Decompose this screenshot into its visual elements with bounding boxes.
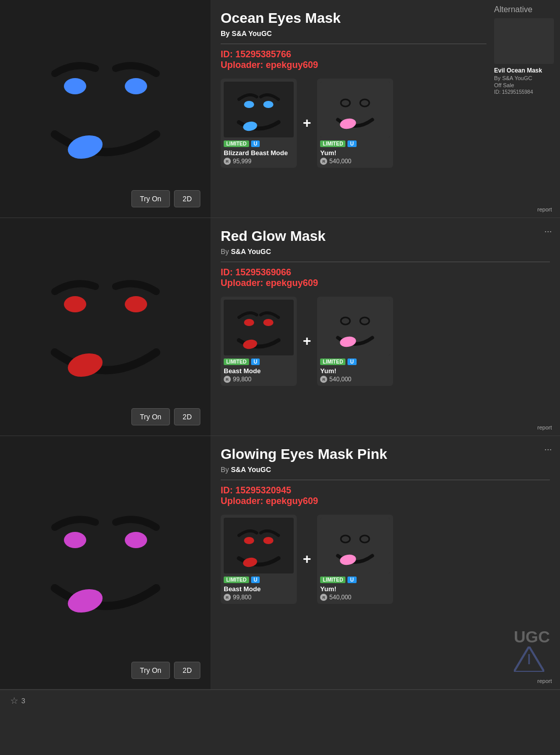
star-icon[interactable]: ☆ (10, 695, 18, 706)
try-on-button-1[interactable]: Try On (131, 190, 170, 207)
badge-u-3-1: U (251, 577, 260, 583)
item-id-1: ID: 15295385766 (221, 49, 486, 60)
robux-icon-3-2: R (320, 594, 327, 601)
robux-icon-2-2: R (320, 376, 327, 383)
item-info-2: ··· Red Glow Mask By S&A YouGC ID: 15295… (211, 218, 560, 436)
item-id-2: ID: 15295369066 (221, 267, 550, 278)
item-id-block-3: ID: 15295320945 Uploader: epekguy609 (221, 485, 550, 507)
item-card-1: Try On 2D Ocean Eyes Mask By S&A YouGC I… (0, 0, 560, 218)
item-preview-2: Try On 2D (0, 218, 211, 436)
svg-point-24 (65, 585, 105, 616)
svg-point-12 (125, 296, 147, 312)
mask-svg-1 (24, 33, 187, 185)
svg-point-1 (125, 78, 147, 94)
component-card-3-1[interactable]: LIMITED U Beast Mode R 99,800 (221, 515, 297, 604)
svg-point-2 (65, 131, 105, 162)
ugc-triangle-icon (514, 646, 544, 672)
component-img-3-1 (224, 518, 294, 573)
item-title-3: Glowing Eyes Mask Pink (221, 446, 550, 462)
svg-point-27 (263, 537, 273, 544)
svg-point-31 (360, 535, 369, 543)
component-price-1-2: R 540,000 (320, 158, 390, 165)
item-preview-1: Try On 2D (0, 0, 211, 218)
item-preview-3: Try On 2D (0, 436, 211, 689)
svg-rect-7 (320, 82, 390, 137)
robux-icon-1-1: R (224, 158, 231, 165)
svg-point-11 (64, 296, 86, 312)
item-id-block-2: ID: 15295369066 Uploader: epekguy609 (221, 267, 550, 289)
item-uploader-1: Uploader: epekguy609 (221, 60, 486, 70)
badge-limited-2-2: LIMITED (320, 358, 345, 365)
component-img-2-2 (320, 300, 390, 355)
svg-point-30 (341, 535, 350, 543)
component-img-2-1 (224, 300, 294, 355)
svg-point-13 (65, 349, 105, 380)
mask-svg-3 (24, 487, 187, 639)
svg-point-23 (125, 532, 147, 548)
item-components-1: LIMITED U Blizzard Beast Mode R 95,999 + (221, 79, 486, 168)
svg-point-22 (64, 532, 86, 548)
report-link-2[interactable]: report (537, 424, 552, 430)
component-price-3-2: R 540,000 (320, 594, 390, 601)
item-card-2: Try On 2D ··· Red Glow Mask By S&A YouGC… (0, 218, 560, 436)
mask-svg-2 (24, 251, 187, 403)
badge-row-3-2: LIMITED U (320, 577, 390, 583)
component-card-1-2[interactable]: LIMITED U Yum! R 540,000 (317, 79, 393, 168)
2d-button-1[interactable]: 2D (174, 190, 200, 207)
alternative-section: Alternative Evil Ocean Mask By S&A YouGC… (489, 0, 560, 100)
alternative-title: Alternative (494, 5, 555, 14)
report-link-3[interactable]: report (537, 678, 552, 684)
try-on-button-3[interactable]: Try On (131, 662, 170, 679)
item-id-3: ID: 15295320945 (221, 485, 550, 496)
more-options-3[interactable]: ··· (544, 444, 552, 455)
component-name-3-2: Yum! (320, 585, 390, 593)
item-creator-3: By S&A YouGC (221, 465, 550, 474)
item-uploader-3: Uploader: epekguy609 (221, 496, 550, 507)
item-creator-1: By S&A YouGC (221, 29, 486, 38)
component-img-1-1 (224, 82, 294, 137)
item-card-3: Try On 2D ··· Glowing Eyes Mask Pink By … (0, 436, 560, 690)
component-card-3-2[interactable]: LIMITED U Yum! R 540,000 (317, 515, 393, 604)
robux-icon-3-1: R (224, 594, 231, 601)
item-uploader-2: Uploader: epekguy609 (221, 278, 550, 289)
2d-button-2[interactable]: 2D (174, 408, 200, 425)
badge-row-1-2: LIMITED U (320, 140, 390, 147)
robux-icon-1-2: R (320, 158, 327, 165)
item-components-2: LIMITED U Beast Mode R 99,800 + (221, 297, 550, 386)
alt-name: Evil Ocean Mask (494, 67, 555, 74)
badge-row-2-2: LIMITED U (320, 358, 390, 365)
item-id-block-1: ID: 15295385766 Uploader: epekguy609 (221, 49, 486, 70)
component-img-1-2 (320, 82, 390, 137)
item-components-3: LIMITED U Beast Mode R 99,800 + (221, 515, 550, 604)
plus-sign-3: + (303, 551, 311, 567)
item-info-3: ··· Glowing Eyes Mask Pink By S&A YouGC … (211, 436, 560, 689)
try-on-button-2[interactable]: Try On (131, 408, 170, 425)
item-1-buttons: Try On 2D (131, 190, 200, 207)
component-price-3-1: R 99,800 (224, 594, 294, 601)
alt-status: Off Sale (494, 82, 555, 88)
svg-point-4 (244, 101, 254, 108)
more-options-2[interactable]: ··· (544, 226, 552, 237)
svg-point-5 (263, 101, 273, 108)
component-card-1-1[interactable]: LIMITED U Blizzard Beast Mode R 95,999 (221, 79, 297, 168)
item-title-1: Ocean Eyes Mask (221, 10, 486, 26)
report-link-1[interactable]: report (537, 206, 552, 212)
component-price-2-2: R 540,000 (320, 376, 390, 383)
svg-point-26 (244, 537, 254, 544)
2d-button-3[interactable]: 2D (174, 662, 200, 679)
svg-point-0 (64, 78, 86, 94)
badge-row-1-1: LIMITED U (224, 140, 294, 147)
item-creator-2: By S&A YouGC (221, 247, 550, 256)
component-card-2-1[interactable]: LIMITED U Beast Mode R 99,800 (221, 297, 297, 386)
component-img-3-2 (320, 518, 390, 573)
badge-limited-1-1: LIMITED (224, 140, 249, 147)
star-count: 3 (21, 697, 25, 705)
svg-point-9 (360, 99, 369, 106)
svg-point-20 (360, 317, 369, 325)
component-name-3-1: Beast Mode (224, 585, 294, 593)
component-card-2-2[interactable]: LIMITED U Yum! R 540,000 (317, 297, 393, 386)
robux-icon-2-1: R (224, 376, 231, 383)
ugc-text: UGC (514, 628, 550, 646)
badge-u-2-1: U (251, 358, 260, 365)
badge-limited-1-2: LIMITED (320, 140, 345, 147)
